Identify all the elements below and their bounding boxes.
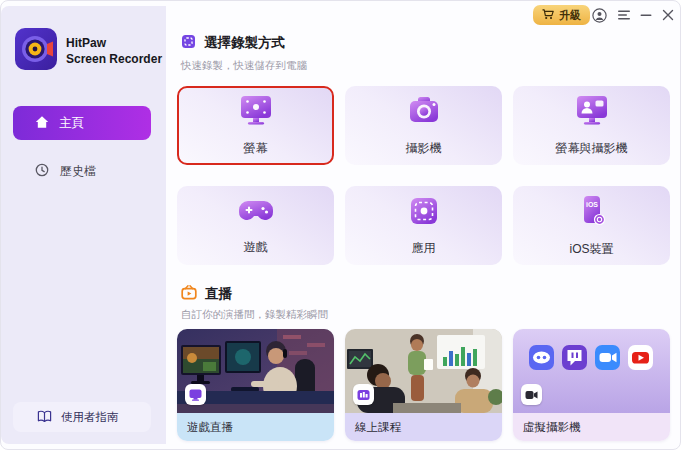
record-card-screen-webcam[interactable]: 螢幕與攝影機 [513,86,670,165]
ios-icon-label: iOS [585,201,597,208]
zoom-icon [595,345,620,370]
live-card-label: 線上課程 [345,413,502,441]
live-section-title: 直播 [205,285,232,303]
sidebar: HitPaw Screen Recorder 主頁 歷史檔 [1,6,166,444]
record-card-webcam[interactable]: 攝影機 [345,86,502,165]
record-section-title: 選擇錄製方式 [204,34,285,52]
menu-icon[interactable] [616,7,632,23]
sidebar-home-label: 主頁 [59,115,84,132]
camera-badge-icon [521,384,542,405]
brand-area: HitPaw Screen Recorder [15,28,162,74]
upgrade-label: 升級 [559,8,581,23]
record-card-label: 應用 [412,240,436,257]
record-card-screen[interactable]: 螢幕 [177,86,334,165]
account-icon[interactable] [591,7,607,23]
live-card-label: 虛擬攝影機 [513,413,670,441]
whiteboard-badge-icon [353,384,374,405]
record-card-game[interactable]: 遊戲 [177,186,334,265]
live-section-subtitle: 自訂你的演播間，錄製精彩瞬間 [181,308,328,322]
sidebar-item-history[interactable]: 歷史檔 [13,156,151,186]
upgrade-button[interactable]: 升級 [533,5,590,25]
live-card-virtual-camera[interactable]: 虛擬攝影機 [513,329,670,441]
discord-icon [529,345,554,370]
user-guide-label: 使用者指南 [61,410,119,425]
minimize-icon[interactable] [638,7,654,23]
cart-icon [542,9,554,22]
record-card-label: iOS裝置 [569,241,613,258]
record-card-label: 螢幕 [244,140,268,157]
app-logo-icon [15,28,57,74]
record-section-header: 選擇錄製方式 [181,34,285,52]
record-card-ios[interactable]: iOS iOS裝置 [513,186,670,265]
record-card-label: 螢幕與攝影機 [556,140,628,157]
screen-camera-icon [574,94,610,131]
record-section-subtitle: 快速錄製，快速儲存到電腦 [181,59,307,73]
live-card-online-course[interactable]: 線上課程 [345,329,502,441]
sidebar-item-home[interactable]: 主頁 [13,106,151,140]
select-area-icon [181,34,196,52]
record-card-label: 攝影機 [406,140,442,157]
clock-icon [35,163,49,180]
live-card-game-stream[interactable]: 遊戲直播 [177,329,334,441]
app-title: HitPaw Screen Recorder [66,35,162,67]
youtube-icon [628,345,653,370]
twitch-icon [562,345,587,370]
game-stream-image [177,329,334,413]
record-card-label: 遊戲 [244,239,268,256]
app-window: HitPaw Screen Recorder 主頁 歷史檔 [0,0,681,450]
screen-icon [238,94,274,131]
live-card-label: 遊戲直播 [177,413,334,441]
tv-icon [181,285,197,303]
online-course-image [345,329,502,413]
monitor-badge-icon [185,384,206,405]
ios-device-icon: iOS [574,194,610,232]
camera-icon [406,94,442,131]
sidebar-history-label: 歷史檔 [60,163,96,180]
home-icon [35,115,49,132]
virtual-camera-image [513,329,670,413]
book-icon [37,410,52,425]
user-guide-button[interactable]: 使用者指南 [13,402,151,432]
record-card-app[interactable]: 應用 [345,186,502,265]
close-icon[interactable] [660,7,676,23]
gamepad-icon [238,196,274,230]
app-window-icon [406,195,442,231]
live-section-header: 直播 [181,285,232,303]
